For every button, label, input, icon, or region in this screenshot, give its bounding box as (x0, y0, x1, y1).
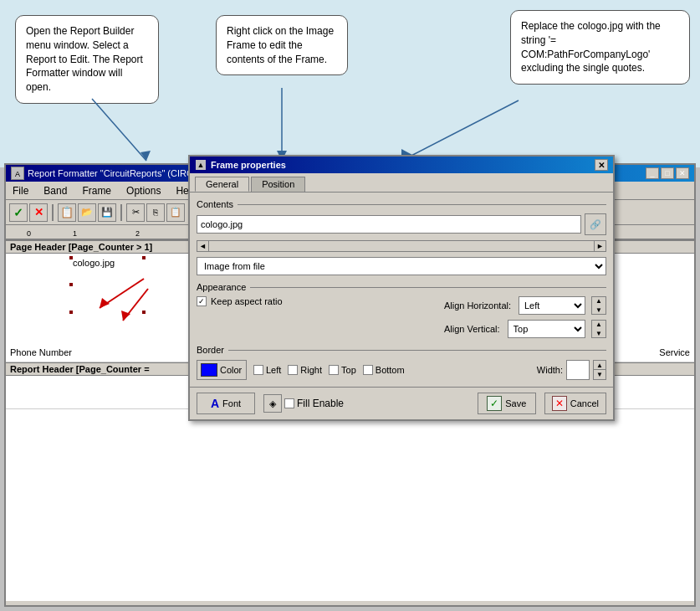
keep-aspect-checkbox[interactable]: ✓ (197, 296, 207, 306)
tab-position[interactable]: Position (251, 177, 305, 192)
bubble3-text: Replace the cologo.jpg with the string '… (521, 20, 661, 74)
border-bottom-label: Bottom (376, 365, 405, 375)
cancel-red-icon: ✕ (552, 396, 567, 411)
file-path-input[interactable] (197, 215, 581, 234)
save-green-icon: ✓ (487, 396, 502, 411)
border-section: Border Color Left Right (197, 345, 606, 380)
border-right-checkbox[interactable] (288, 365, 298, 375)
menu-file[interactable]: File (9, 184, 32, 198)
save-btn[interactable]: ✓ Save (478, 393, 536, 414)
svg-line-6 (100, 279, 144, 308)
align-h-item: Align Horizontal: Left Center Right ▲ ▼ (444, 296, 606, 315)
dialog-title-text: Frame properties (211, 160, 286, 170)
dialog-body: Contents 🔗 ◄ ► Image from file Image fro… (190, 192, 613, 387)
fill-enable-checkbox[interactable] (284, 398, 294, 408)
maximize-btn[interactable]: □ (661, 167, 674, 179)
browse-btn[interactable]: 🔗 (585, 213, 606, 235)
border-right-item: Right (288, 365, 322, 375)
bubble2: Right click on the Image Frame to edit t… (216, 15, 348, 75)
width-down-btn[interactable]: ▼ (594, 370, 605, 379)
window-icon: A (11, 167, 24, 180)
border-width-spin[interactable]: ▲ ▼ (593, 360, 606, 380)
save-btn[interactable]: 💾 (98, 203, 116, 222)
svg-marker-9 (121, 311, 130, 321)
cancel-btn[interactable]: ✕ Cancel (544, 393, 606, 414)
h-scrollbar[interactable]: ◄ ► (197, 240, 606, 252)
ah-down[interactable]: ▼ (595, 306, 602, 314)
border-width-input[interactable] (566, 360, 590, 380)
sel-dot-6 (69, 283, 73, 286)
dialog-close-btn[interactable]: ✕ (595, 159, 608, 171)
font-label: Font (222, 398, 241, 408)
dialog-icon: ▲ (195, 159, 207, 171)
fill-icon: ◈ (263, 394, 282, 413)
sel-dot-1 (69, 256, 73, 259)
check-btn[interactable]: ✓ (9, 203, 28, 222)
bubble1: Open the Report Builder menu window. Sel… (15, 15, 159, 104)
font-icon: A (211, 397, 219, 410)
ruler-1: 1 (73, 229, 77, 238)
ah-up[interactable]: ▲ (595, 297, 602, 305)
image-type-select[interactable]: Image from file Image from variable Imag… (197, 257, 606, 275)
menu-options[interactable]: Options (123, 184, 164, 198)
border-bottom-item: Bottom (363, 365, 405, 375)
av-up[interactable]: ▲ (595, 321, 602, 328)
align-h-spin[interactable]: ▲ ▼ (591, 296, 606, 315)
alignment-options: Align Horizontal: Left Center Right ▲ ▼ … (444, 296, 606, 338)
av-down[interactable]: ▼ (595, 330, 602, 337)
frame-properties-dialog: ▲ Frame properties ✕ General Position Co… (188, 155, 615, 421)
align-v-select[interactable]: Top Middle Bottom (508, 320, 585, 338)
color-swatch (201, 363, 217, 377)
border-left-label: Left (266, 365, 281, 375)
image-type-row: Image from file Image from variable Imag… (197, 257, 606, 275)
border-top-item: Top (329, 365, 356, 375)
new-btn[interactable]: 📋 (58, 203, 76, 222)
align-v-label: Align Vertical: (444, 324, 500, 334)
border-right-label: Right (300, 365, 322, 375)
keep-aspect-row: ✓ Keep aspect ratio (197, 296, 283, 306)
color-label: Color (220, 365, 242, 375)
band1-label: Page Header [Page_Counter > 1] (10, 242, 152, 252)
sel-dot-8 (142, 311, 146, 314)
scroll-track (209, 241, 594, 251)
paste-btn[interactable]: 📋 (166, 203, 185, 222)
appearance-row: ✓ Keep aspect ratio Align Horizontal: Le… (197, 296, 606, 338)
sel-dot-5 (142, 256, 146, 259)
border-row: Color Left Right Top Bottom (197, 360, 606, 380)
cancel-btn[interactable]: ✕ (29, 203, 48, 222)
scroll-right-btn[interactable]: ► (594, 241, 605, 251)
open-btn[interactable]: 📂 (78, 203, 96, 222)
tab-general[interactable]: General (195, 177, 249, 192)
align-h-select[interactable]: Left Center Right (519, 296, 585, 315)
border-left-checkbox[interactable] (253, 365, 263, 375)
border-bottom-checkbox[interactable] (363, 365, 373, 375)
border-color-btn[interactable]: Color (197, 360, 247, 380)
cut-btn[interactable]: ✂ (126, 203, 145, 222)
border-left-item: Left (253, 365, 281, 375)
sep2 (120, 204, 122, 221)
service-label: Service (659, 347, 690, 357)
align-v-item: Align Vertical: Top Middle Bottom ▲ ▼ (444, 320, 606, 338)
fill-area: ◈ Fill Enable (263, 394, 344, 413)
menu-frame[interactable]: Frame (79, 184, 115, 198)
dialog-title-bar: ▲ Frame properties ✕ (190, 157, 613, 173)
svg-marker-7 (100, 298, 110, 308)
svg-line-8 (123, 289, 148, 321)
align-v-spin[interactable]: ▲ ▼ (591, 320, 606, 338)
close-btn[interactable]: ✕ (676, 167, 689, 179)
copy-btn[interactable]: ⎘ (146, 203, 165, 222)
contents-section-label: Contents (197, 199, 606, 209)
border-top-checkbox[interactable] (329, 365, 339, 375)
scroll-left-btn[interactable]: ◄ (197, 241, 209, 251)
keep-aspect-label: Keep aspect ratio (211, 296, 283, 306)
appearance-section-label: Appearance (197, 282, 606, 292)
font-btn[interactable]: A Font (197, 393, 255, 414)
cancel-label: Cancel (570, 398, 599, 408)
footer-right: ✓ Save ✕ Cancel (478, 393, 606, 414)
border-width-item: Width: ▲ ▼ (537, 360, 606, 380)
bubble2-text: Right click on the Image Frame to edit t… (227, 25, 334, 65)
minimize-btn[interactable]: _ (646, 167, 659, 179)
menu-band[interactable]: Band (40, 184, 70, 198)
width-up-btn[interactable]: ▲ (594, 361, 605, 370)
band2-label: Report Header [Page_Counter = (10, 364, 150, 374)
